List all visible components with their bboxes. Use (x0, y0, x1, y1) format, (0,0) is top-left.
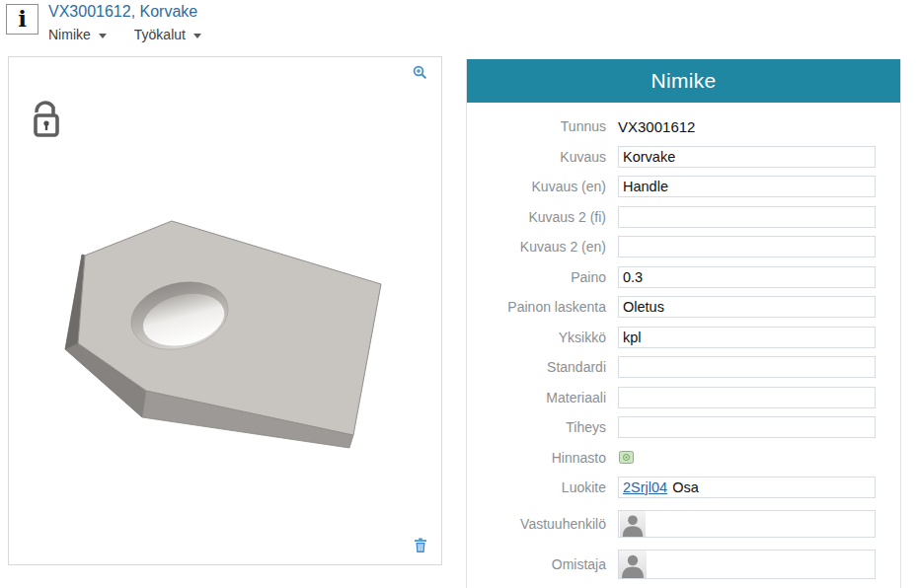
kuvaus-en-input[interactable] (618, 176, 876, 197)
part-3d-viewer[interactable] (8, 56, 442, 565)
zoom-in-icon[interactable] (413, 65, 427, 80)
kuvaus2-en-input[interactable] (618, 236, 876, 257)
trash-icon[interactable] (414, 538, 427, 552)
field-row-luokite: Luokite 2Srjl04 Osa (467, 477, 900, 498)
info-icon: i (6, 4, 38, 35)
painon-laskenta-input[interactable] (618, 296, 876, 318)
field-row-tiheys: Tiheys (467, 416, 900, 438)
standardi-input[interactable] (618, 356, 876, 378)
omistaja-picker[interactable] (618, 550, 876, 579)
panel-title: Nimike (467, 59, 900, 103)
field-label: Vastuuhenkilö (467, 516, 618, 532)
page-title: VX3001612, Korvake (48, 3, 197, 21)
field-row-standardi: Standardi (467, 356, 900, 378)
person-avatar-icon (619, 511, 647, 537)
field-label: Tiheys (467, 419, 618, 435)
menu-nimike[interactable]: Nimike (48, 27, 107, 42)
paino-input[interactable] (618, 266, 876, 288)
field-row-vastuuhenkilo: Vastuuhenkilö (467, 510, 900, 538)
field-row-kuvaus: Kuvaus (467, 146, 900, 168)
field-row-omistaja: Omistaja (467, 550, 900, 579)
field-label: Materiaali (467, 390, 618, 405)
kuvaus-input[interactable] (618, 146, 876, 168)
menu-tyokalut[interactable]: Työkalut (134, 27, 201, 42)
field-label: Luokite (467, 479, 618, 495)
chevron-down-icon (99, 34, 107, 38)
field-row-painon-laskenta: Painon laskenta (467, 296, 900, 318)
materiaali-input[interactable] (618, 387, 876, 408)
tiheys-input[interactable] (618, 416, 876, 438)
field-label: Hinnasto (467, 450, 618, 466)
chevron-down-icon (193, 34, 201, 38)
field-label: Painon laskenta (467, 299, 618, 315)
field-label: Omistaja (467, 556, 618, 572)
field-row-hinnasto: Hinnasto (467, 447, 900, 469)
field-label: Kuvaus 2 (en) (467, 239, 618, 255)
field-row-kuvaus2-en: Kuvaus 2 (en) (467, 236, 900, 257)
luokite-box: 2Srjl04 Osa (618, 477, 876, 498)
field-row-yksikko: Yksikkö (467, 327, 900, 348)
field-row-materiaali: Materiaali (467, 387, 900, 408)
field-label: Kuvaus 2 (fi) (467, 209, 618, 225)
part-3d-view[interactable] (9, 57, 441, 564)
field-row-tunnus: Tunnus VX3001612 (467, 115, 900, 137)
vastuuhenkilo-picker[interactable] (618, 510, 876, 538)
menu-bar: Nimike Työkalut (48, 27, 201, 42)
tunnus-value: VX3001612 (618, 118, 695, 135)
field-label: Kuvaus (467, 149, 618, 165)
field-label: Kuvaus (en) (467, 179, 618, 194)
person-avatar-icon (619, 551, 647, 578)
field-row-kuvaus2-fi: Kuvaus 2 (fi) (467, 206, 900, 228)
field-label: Yksikkö (467, 330, 618, 345)
open-padlock-icon[interactable] (29, 97, 62, 138)
money-icon[interactable] (619, 451, 634, 464)
field-row-kuvaus-en: Kuvaus (en) (467, 176, 900, 197)
app-window: i VX3001612, Korvake Nimike Työkalut (0, 0, 918, 588)
field-label: Tunnus (467, 118, 618, 134)
properties-form: Tunnus VX3001612 Kuvaus Kuvaus (en) Kuva… (467, 103, 900, 579)
kuvaus2-fi-input[interactable] (618, 206, 876, 228)
field-label: Paino (467, 269, 618, 285)
field-row-paino: Paino (467, 266, 900, 288)
yksikko-input[interactable] (618, 327, 876, 348)
field-label: Standardi (467, 359, 618, 375)
properties-panel: Nimike Tunnus VX3001612 Kuvaus Kuvaus (e… (466, 59, 901, 588)
header-bar: i VX3001612, Korvake Nimike Työkalut (0, 0, 918, 51)
luokite-type: Osa (672, 479, 699, 495)
luokite-link[interactable]: 2Srjl04 (623, 479, 667, 495)
